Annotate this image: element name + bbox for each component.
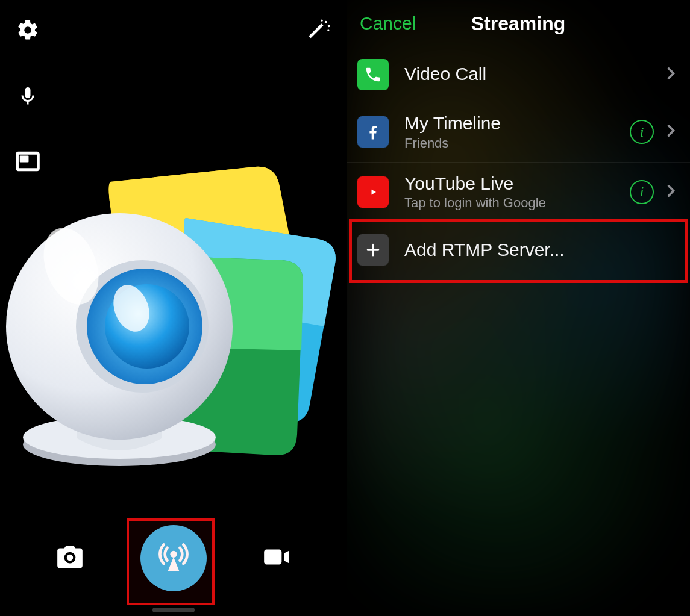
mode-selector xyxy=(0,516,347,600)
settings-button[interactable] xyxy=(13,17,42,46)
svg-point-1 xyxy=(328,25,330,27)
row-label: Add RTMP Server... xyxy=(404,240,679,261)
svg-point-3 xyxy=(327,29,329,31)
app-logo xyxy=(0,120,347,508)
row-my-timeline[interactable]: My Timeline Friends i xyxy=(347,102,690,163)
chevron-right-icon xyxy=(662,182,679,202)
panel-title: Streaming xyxy=(471,13,565,35)
row-add-rtmp[interactable]: Add RTMP Server... xyxy=(347,222,690,278)
cancel-button[interactable]: Cancel xyxy=(360,0,416,47)
svg-point-0 xyxy=(325,21,327,23)
video-icon xyxy=(262,542,292,574)
camera-preview-screen xyxy=(0,0,347,616)
streaming-destinations-list: Video Call My Timeline Friends i xyxy=(347,47,690,278)
camera-icon xyxy=(55,542,85,574)
photo-mode-button[interactable] xyxy=(46,534,94,582)
gear-icon xyxy=(16,18,40,45)
microphone-icon xyxy=(17,86,39,110)
row-sublabel: Tap to login with Google xyxy=(404,195,630,211)
row-video-call[interactable]: Video Call xyxy=(347,47,690,102)
stream-mode-button[interactable] xyxy=(140,525,207,591)
row-label: YouTube Live xyxy=(404,173,630,194)
effects-button[interactable] xyxy=(304,17,333,46)
svg-point-14 xyxy=(170,551,177,558)
chevron-right-icon xyxy=(662,65,679,84)
facebook-icon xyxy=(357,116,389,148)
row-label: Video Call xyxy=(404,64,662,85)
row-sublabel: Friends xyxy=(404,135,630,151)
broadcast-icon xyxy=(157,540,190,576)
home-indicator xyxy=(152,608,195,612)
phone-icon xyxy=(357,59,389,90)
svg-point-2 xyxy=(321,20,322,22)
magic-wand-icon xyxy=(307,18,331,45)
info-button[interactable]: i xyxy=(630,120,654,144)
info-button[interactable]: i xyxy=(630,180,654,204)
row-youtube-live[interactable]: YouTube Live Tap to login with Google i xyxy=(347,163,690,223)
plus-icon xyxy=(357,234,389,266)
row-label: My Timeline xyxy=(404,113,630,134)
manycam-logo-icon xyxy=(5,146,342,483)
nav-bar: Cancel Streaming xyxy=(347,0,690,47)
streaming-panel-screen: Cancel Streaming Video Call xyxy=(347,0,690,616)
chevron-right-icon xyxy=(662,122,679,142)
youtube-icon xyxy=(357,176,389,208)
video-mode-button[interactable] xyxy=(252,534,301,582)
microphone-button[interactable] xyxy=(13,83,42,112)
